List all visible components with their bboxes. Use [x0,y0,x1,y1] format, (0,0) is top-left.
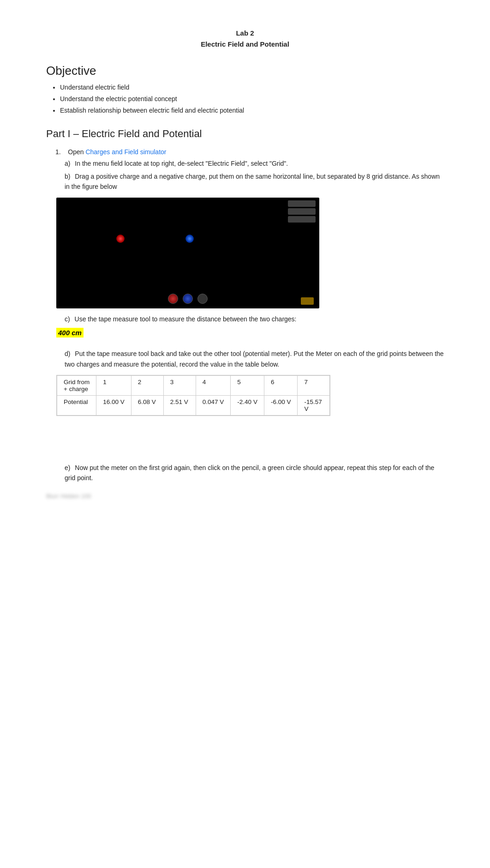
header-line1: Lab 2 [46,28,444,39]
header-line2: Electric Field and Potential [46,39,444,50]
val-6: -6.00 V [264,395,298,415]
sub-text-a: In the menu field locate at top right, d… [75,160,288,167]
task-1: 1. Open Charges and Field simulator a) I… [46,148,444,610]
task-1-number: 1. [55,148,66,156]
sub-text-b: Drag a positive charge and a negative ch… [65,173,440,190]
sim-red-charge-icon [168,294,178,304]
sim-bottom-bar [168,294,208,304]
col-header-0: Grid from+ charge [57,375,96,395]
task-1-label: 1. Open Charges and Field simulator [55,148,444,156]
sub-item-e: e) Now put the meter on the first grid a… [65,463,444,483]
col-header-1: 1 [96,375,131,395]
sub-label-b: b) [65,173,70,180]
task-1-intro: Open [68,148,85,156]
simulator-image [56,198,319,308]
col-header-7: 7 [298,375,330,395]
spacer-2 [46,500,444,536]
sub-label-d: d) [65,350,70,357]
sub-text-d: Put the tape measure tool back and take … [65,350,444,368]
sub-item-a: a) In the menu field locate at top right… [65,158,444,169]
sub-item-d: d) Put the tape measure tool back and ta… [65,349,444,369]
sub-item-b: b) Drag a positive charge and a negative… [65,171,444,192]
val-4: 0.047 V [196,395,231,415]
val-5: -2.40 V [231,395,264,415]
val-3: 2.51 V [163,395,196,415]
page-header: Lab 2 Electric Field and Potential [46,28,444,50]
table-data-row: Potential 16.00 V 6.08 V 2.51 V 0.047 V … [57,395,330,415]
spacer-3 [46,536,444,573]
potential-table: Grid from+ charge 1 2 3 4 5 6 7 Potentia… [57,375,330,416]
sim-extra-element [301,297,314,305]
objective-bullet-2: Understand the electric potential concep… [60,93,444,105]
objective-bullet-1: Understand electric field [60,82,444,93]
col-header-4: 4 [196,375,231,395]
val-2: 6.08 V [131,395,163,415]
sub-label-a: a) [65,160,70,167]
header-title: Lab 2 Electric Field and Potential [46,28,444,50]
potential-table-container: Grid from+ charge 1 2 3 4 5 6 7 Potentia… [56,375,330,416]
val-1: 16.00 V [96,395,131,415]
positive-charge-dot [116,235,125,243]
col-header-3: 3 [163,375,196,395]
sub-label-c: c) [65,315,70,323]
val-7: -15.57V [298,395,330,415]
part1-heading: Part I – Electric Field and Potential [46,128,444,140]
distance-measurement: 400 cm [56,328,84,338]
col-header-5: 5 [231,375,264,395]
sub-text-e: Now put the meter on the first grid agai… [65,464,434,482]
sub-text-c: Use the tape measure tool to measure the… [75,315,297,323]
part1-section: Part I – Electric Field and Potential 1.… [46,128,444,610]
sim-ui-buttons [288,200,316,223]
blurred-label: Blurr Hidden 100 [46,493,444,500]
objective-bullet-3: Establish relationship between electric … [60,105,444,116]
sim-ui-btn-2 [288,208,316,215]
table-header-row: Grid from+ charge 1 2 3 4 5 6 7 [57,375,330,395]
objective-list: Understand electric field Understand the… [60,82,444,117]
objective-heading: Objective [46,64,444,78]
col-header-2: 2 [131,375,163,395]
col-header-6: 6 [264,375,298,395]
row-label: Potential [57,395,96,415]
sim-ui-btn-3 [288,216,316,223]
sub-item-c: c) Use the tape measure tool to measure … [65,314,444,324]
sim-ui-btn-1 [288,200,316,207]
sub-label-e: e) [65,464,70,471]
negative-charge-dot [185,235,194,243]
objective-section: Objective Understand electric field Unde… [46,64,444,117]
spacer-4 [46,573,444,610]
spacer-1 [46,423,444,460]
simulator-link[interactable]: Charges and Field simulator [85,148,166,156]
sim-blue-charge-icon [183,294,193,304]
sim-tool-icon [197,294,208,304]
